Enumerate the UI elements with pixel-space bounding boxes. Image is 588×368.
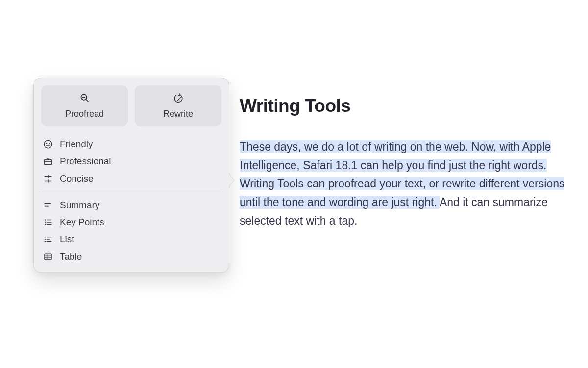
transform-section: Summary Key Points bbox=[41, 197, 221, 265]
proofread-icon bbox=[79, 93, 90, 104]
primary-actions: Proofread Rewrite bbox=[41, 85, 221, 126]
svg-point-22 bbox=[45, 222, 46, 223]
proofread-label: Proofread bbox=[65, 109, 104, 119]
page-title: Writing Tools bbox=[240, 96, 573, 116]
list-label: List bbox=[60, 234, 74, 245]
body-text[interactable]: These days, we do a lot of writing on th… bbox=[240, 138, 573, 231]
menu-divider bbox=[42, 192, 220, 192]
keypoints-icon bbox=[43, 217, 53, 228]
summary-icon bbox=[43, 200, 53, 210]
rewrite-label: Rewrite bbox=[163, 109, 193, 119]
svg-point-9 bbox=[44, 140, 52, 148]
table-label: Table bbox=[60, 251, 82, 262]
svg-line-7 bbox=[177, 97, 181, 100]
svg-point-10 bbox=[47, 143, 47, 144]
proofread-button[interactable]: Proofread bbox=[41, 85, 128, 126]
professional-item[interactable]: Professional bbox=[41, 153, 221, 170]
svg-rect-32 bbox=[45, 254, 51, 260]
keypoints-item[interactable]: Key Points bbox=[41, 214, 221, 231]
keypoints-label: Key Points bbox=[60, 217, 104, 228]
svg-point-20 bbox=[45, 220, 46, 220]
selected-text-part-2: find just the right words. bbox=[428, 159, 547, 172]
table-icon bbox=[43, 251, 53, 262]
concise-icon bbox=[43, 173, 53, 184]
svg-point-6 bbox=[173, 93, 183, 103]
smile-icon bbox=[43, 139, 53, 150]
svg-point-24 bbox=[45, 224, 46, 225]
writing-tools-popover: Proofread Rewrite bbox=[33, 78, 229, 273]
popover-caret bbox=[229, 174, 234, 186]
summary-item[interactable]: Summary bbox=[41, 197, 221, 214]
content-area: Writing Tools These days, we do a lot of… bbox=[240, 96, 573, 231]
svg-line-1 bbox=[86, 99, 88, 102]
professional-label: Professional bbox=[60, 156, 111, 167]
list-icon bbox=[43, 234, 53, 245]
svg-point-11 bbox=[49, 143, 49, 144]
briefcase-icon bbox=[43, 156, 53, 167]
summary-label: Summary bbox=[60, 200, 99, 210]
tone-section: Friendly Professional bbox=[41, 136, 221, 187]
concise-label: Concise bbox=[60, 173, 94, 184]
friendly-label: Friendly bbox=[60, 139, 93, 150]
rewrite-icon bbox=[173, 93, 184, 104]
friendly-item[interactable]: Friendly bbox=[41, 136, 221, 153]
list-item[interactable]: List bbox=[41, 231, 221, 248]
rewrite-button[interactable]: Rewrite bbox=[135, 85, 221, 126]
concise-item[interactable]: Concise bbox=[41, 170, 221, 187]
table-item[interactable]: Table bbox=[41, 248, 221, 265]
